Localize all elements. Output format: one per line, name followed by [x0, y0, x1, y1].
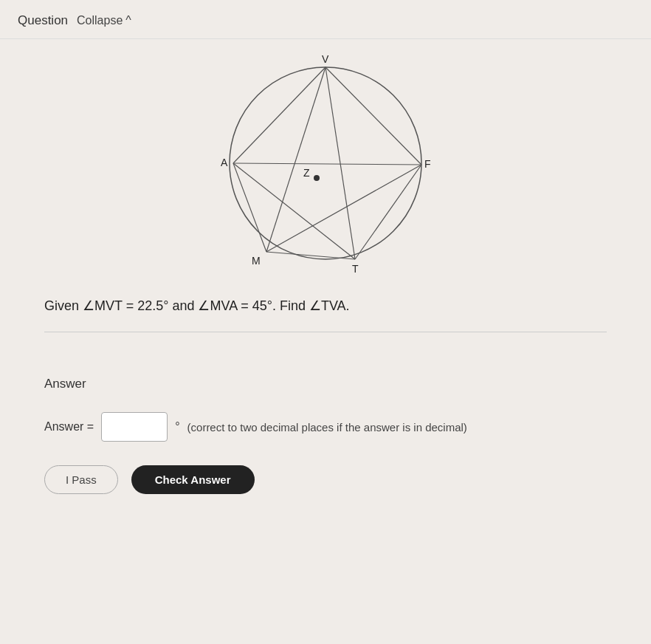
geometry-diagram: V A M T F Z	[207, 54, 444, 275]
collapse-icon: ^	[125, 14, 131, 27]
question-label: Question	[18, 13, 68, 28]
diagram-area: V A M T F Z	[44, 54, 607, 275]
buttons-row: I Pass Check Answer	[44, 465, 607, 494]
question-header: Question Collapse ^	[0, 0, 651, 39]
answer-input[interactable]	[101, 412, 168, 442]
label-f: F	[424, 158, 431, 170]
pass-button[interactable]: I Pass	[44, 465, 118, 494]
check-answer-button[interactable]: Check Answer	[131, 465, 255, 494]
label-t: T	[352, 263, 359, 275]
svg-line-10	[355, 165, 421, 259]
svg-line-4	[233, 163, 421, 165]
svg-line-7	[326, 67, 421, 165]
label-a: A	[221, 157, 228, 168]
answer-hint: (correct to two decimal places if the an…	[187, 421, 467, 434]
page: Question Collapse ^	[0, 0, 651, 644]
degree-symbol: °	[175, 420, 179, 434]
answer-section-label: Answer	[44, 377, 607, 391]
question-body: V A M T F Z Given ∠MVT = 22.5° and ∠MVA …	[0, 39, 651, 377]
answer-row: Answer = ° (correct to two decimal place…	[44, 412, 607, 442]
label-v: V	[322, 54, 329, 65]
collapse-button[interactable]: Collapse ^	[77, 14, 131, 27]
svg-point-11	[314, 175, 320, 181]
svg-line-6	[326, 67, 355, 259]
answer-eq-label: Answer =	[44, 420, 94, 434]
label-m: M	[252, 255, 261, 267]
given-text: Given ∠MVT = 22.5° and ∠MVA = 45°. Find …	[44, 298, 607, 332]
svg-line-5	[266, 67, 326, 252]
svg-line-1	[233, 67, 326, 163]
label-z: Z	[303, 167, 310, 179]
collapse-label: Collapse	[77, 14, 123, 27]
answer-section: Answer Answer = ° (correct to two decima…	[0, 377, 651, 516]
